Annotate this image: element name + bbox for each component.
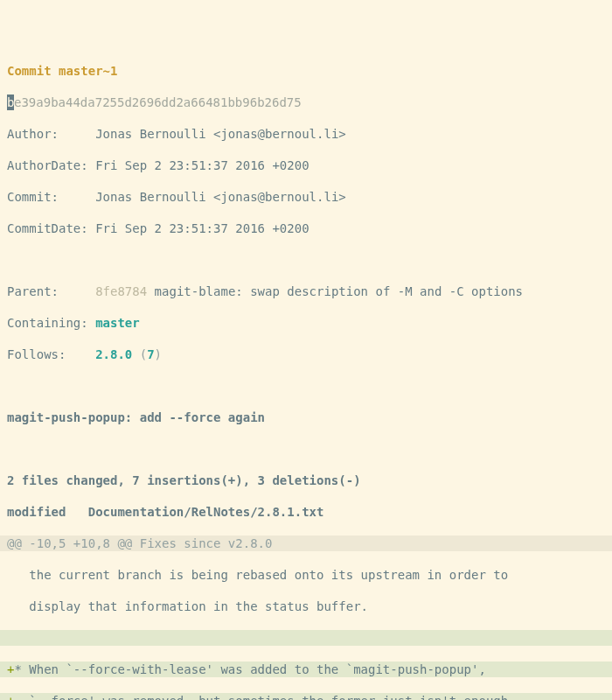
diff-context: the current branch is being rebased onto… — [0, 567, 612, 583]
diff-context: display that information in the status b… — [0, 598, 612, 614]
hunk-header[interactable]: @@ -10,5 +10,8 @@ Fixes since v2.8.0 — [0, 536, 612, 551]
commitdate-line: CommitDate: Fri Sep 2 23:51:37 2016 +020… — [0, 220, 612, 236]
diff-added: +* When `--force-with-lease' was added t… — [0, 662, 612, 677]
diffstat-summary: 2 files changed, 7 insertions(+), 3 dele… — [0, 472, 612, 488]
cursor: b — [7, 94, 14, 110]
commit-line: Commit: Jonas Bernoulli <jonas@bernoul.l… — [0, 189, 612, 205]
follows-line: Follows: 2.8.0 (7) — [0, 346, 612, 362]
commit-sha-line: be39a9ba44da7255d2696dd2a66481bb96b26d75 — [0, 94, 612, 110]
section-heading-commit: Commit master~1 — [0, 63, 612, 79]
containing-line: Containing: master — [0, 315, 612, 331]
modified-file-1[interactable]: modified Documentation/RelNotes/2.8.1.tx… — [0, 504, 612, 520]
parent-line[interactable]: Parent: 8fe8784 magit-blame: swap descri… — [0, 284, 612, 299]
author-line: Author: Jonas Bernoulli <jonas@bernoul.l… — [0, 126, 612, 142]
diff-empty — [0, 630, 612, 646]
authordate-line: AuthorDate: Fri Sep 2 23:51:37 2016 +020… — [0, 158, 612, 173]
commit-subject: magit-push-popup: add --force again — [0, 410, 612, 425]
diff-added: + `--force' was removed, but sometimes t… — [0, 693, 612, 700]
